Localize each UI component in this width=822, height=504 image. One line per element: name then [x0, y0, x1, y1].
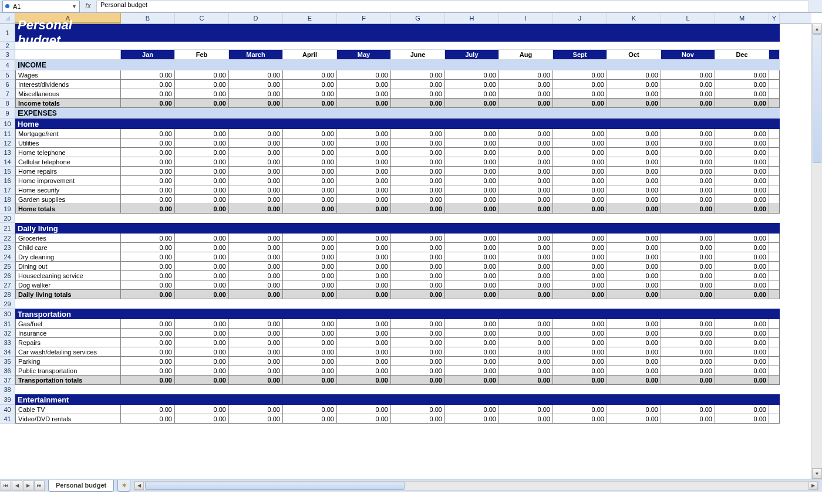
cell[interactable]: 0.00 — [229, 138, 283, 148]
cell[interactable]: 0.00 — [445, 262, 499, 271]
cell-empty[interactable] — [121, 299, 175, 309]
cell-empty[interactable] — [229, 60, 283, 70]
cell[interactable]: 0.00 — [391, 366, 445, 376]
cell[interactable]: 0.00 — [391, 195, 445, 204]
title-cell[interactable]: Personal budget — [15, 24, 121, 42]
row-label[interactable]: Garden supplies — [15, 195, 121, 204]
cell[interactable]: 0.00 — [607, 271, 661, 280]
cell[interactable]: 0.00 — [175, 234, 229, 243]
row-header-17[interactable]: 17 — [0, 185, 15, 195]
cell[interactable]: 0.00 — [121, 148, 175, 157]
cell[interactable]: 0.00 — [445, 357, 499, 366]
cell[interactable]: 0.00 — [607, 252, 661, 262]
cell-partial[interactable] — [769, 376, 780, 385]
row-header-25[interactable]: 25 — [0, 262, 15, 271]
row-header-8[interactable]: 8 — [0, 99, 15, 108]
cell[interactable]: 0.00 — [391, 129, 445, 138]
col-header-D[interactable]: D — [229, 13, 283, 23]
cell[interactable]: 0.00 — [337, 185, 391, 195]
cell-partial[interactable] — [769, 176, 780, 185]
cell[interactable]: 0.00 — [175, 319, 229, 329]
row-header-9[interactable]: 9 — [0, 108, 15, 119]
cell[interactable]: 0.00 — [499, 329, 553, 338]
month-col-June[interactable]: June — [391, 50, 445, 60]
month-col-March[interactable]: March — [229, 50, 283, 60]
cell[interactable]: 0.00 — [499, 319, 553, 329]
row-header-26[interactable]: 26 — [0, 271, 15, 280]
cell-empty[interactable] — [499, 214, 553, 223]
cell[interactable]: 0.00 — [391, 338, 445, 347]
cell[interactable]: 0.00 — [337, 338, 391, 347]
row-label[interactable]: Repairs — [15, 338, 121, 347]
cell-empty[interactable] — [715, 299, 769, 309]
cell-empty[interactable] — [553, 108, 607, 119]
cell[interactable]: 0.00 — [607, 148, 661, 157]
cell[interactable]: 0.00 — [337, 290, 391, 299]
cell-empty[interactable] — [715, 119, 769, 129]
cell[interactable]: 0.00 — [121, 319, 175, 329]
cell[interactable]: 0.00 — [499, 252, 553, 262]
cell[interactable]: 0.00 — [391, 138, 445, 148]
cell[interactable]: 0.00 — [121, 271, 175, 280]
cell[interactable]: 0.00 — [607, 99, 661, 108]
col-header-partial[interactable]: Y — [769, 13, 780, 23]
cell[interactable]: 0.00 — [121, 70, 175, 80]
cell[interactable]: 0.00 — [337, 70, 391, 80]
cell[interactable]: 0.00 — [391, 357, 445, 366]
cell[interactable]: 0.00 — [445, 99, 499, 108]
cell[interactable]: 0.00 — [715, 234, 769, 243]
cell-partial[interactable] — [769, 319, 780, 329]
cell-empty[interactable] — [715, 42, 769, 50]
row-label[interactable]: Utilities — [15, 138, 121, 148]
cell[interactable]: 0.00 — [283, 347, 337, 357]
cell[interactable]: 0.00 — [391, 271, 445, 280]
month-col-April[interactable]: April — [283, 50, 337, 60]
cell[interactable]: 0.00 — [715, 70, 769, 80]
cell-empty[interactable] — [715, 223, 769, 234]
cell[interactable]: 0.00 — [661, 167, 715, 176]
cell[interactable]: 0.00 — [607, 195, 661, 204]
cell[interactable]: 0.00 — [391, 280, 445, 290]
cell[interactable]: 0.00 — [121, 366, 175, 376]
cell[interactable]: 0.00 — [553, 204, 607, 214]
cell[interactable]: 0.00 — [445, 414, 499, 424]
cell[interactable]: 0.00 — [391, 319, 445, 329]
cell[interactable]: 0.00 — [283, 262, 337, 271]
cell[interactable]: 0.00 — [445, 366, 499, 376]
cell[interactable]: 0.00 — [175, 195, 229, 204]
month-col-Sept[interactable]: Sept — [553, 50, 607, 60]
cell[interactable]: 0.00 — [499, 176, 553, 185]
cell[interactable]: 0.00 — [229, 405, 283, 414]
cell[interactable]: 0.00 — [229, 167, 283, 176]
cell-empty[interactable] — [499, 223, 553, 234]
cell[interactable]: 0.00 — [283, 280, 337, 290]
cell[interactable]: 0.00 — [499, 280, 553, 290]
cell[interactable]: 0.00 — [607, 157, 661, 167]
row-header-20[interactable]: 20 — [0, 214, 15, 223]
cell-empty[interactable] — [715, 394, 769, 405]
cell-empty[interactable] — [769, 42, 780, 50]
cell[interactable]: 0.00 — [175, 70, 229, 80]
cell[interactable]: 0.00 — [175, 338, 229, 347]
cell[interactable]: 0.00 — [175, 243, 229, 252]
cell[interactable]: 0.00 — [121, 80, 175, 89]
cell[interactable]: 0.00 — [553, 99, 607, 108]
cell[interactable]: 0.00 — [553, 157, 607, 167]
cell-empty[interactable] — [553, 214, 607, 223]
cell-empty[interactable] — [445, 385, 499, 394]
cell[interactable]: 0.00 — [499, 357, 553, 366]
cell-partial[interactable] — [769, 262, 780, 271]
cell-empty[interactable] — [229, 223, 283, 234]
tab-prev-button[interactable]: ◀ — [12, 481, 22, 491]
cell[interactable]: 0.00 — [607, 138, 661, 148]
cell-partial[interactable] — [769, 299, 780, 309]
cell[interactable]: 0.00 — [661, 176, 715, 185]
cell[interactable]: 0.00 — [661, 414, 715, 424]
cell-empty[interactable] — [445, 214, 499, 223]
cell[interactable]: 0.00 — [553, 252, 607, 262]
cell-empty[interactable] — [607, 108, 661, 119]
subsection-Entertainment[interactable]: Entertainment — [15, 394, 121, 405]
cell[interactable]: 0.00 — [229, 366, 283, 376]
cell-empty[interactable] — [337, 214, 391, 223]
month-col-Jan[interactable]: Jan — [121, 50, 175, 60]
